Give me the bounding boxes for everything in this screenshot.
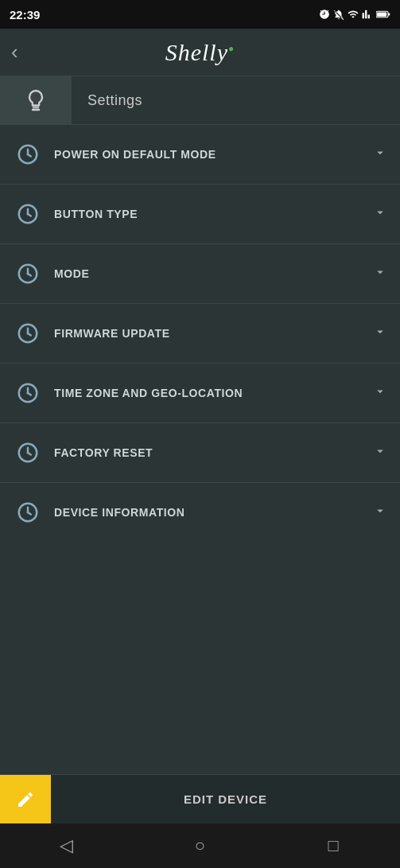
menu-item[interactable]: MODE	[0, 244, 400, 304]
signal-icon	[362, 9, 373, 20]
svg-point-20	[27, 333, 29, 335]
clock-icon	[13, 139, 43, 169]
nav-recent-button[interactable]: □	[309, 835, 357, 856]
svg-point-28	[27, 452, 29, 454]
tab-bar: Settings	[0, 76, 400, 125]
clock-icon	[13, 259, 43, 289]
menu-item-label: POWER ON DEFAULT MODE	[54, 148, 373, 161]
bottom-nav: ◁ ○ □	[0, 823, 400, 868]
chevron-down-icon	[373, 384, 387, 403]
menu-item[interactable]: TIME ZONE AND GEO-LOCATION	[0, 364, 400, 423]
status-bar: 22:39	[0, 0, 400, 29]
svg-point-32	[27, 512, 29, 514]
edit-device-label-button[interactable]: EDIT DEVICE	[51, 775, 400, 823]
chevron-down-icon	[373, 504, 387, 522]
clock-icon	[13, 438, 43, 468]
chevron-down-icon	[373, 444, 387, 462]
menu-item-label: DEVICE INFORMATION	[54, 506, 373, 519]
svg-rect-2	[388, 14, 390, 16]
tab-icon[interactable]	[0, 76, 72, 124]
back-button[interactable]: ‹	[11, 40, 18, 64]
nav-back-button[interactable]: ◁	[43, 835, 91, 856]
logo-text: Shelly	[165, 39, 228, 65]
menu-item-label: FIRMWARE UPDATE	[54, 327, 373, 340]
nav-home-button[interactable]: ○	[176, 835, 223, 856]
svg-point-16	[27, 273, 29, 275]
edit-device-bar: EDIT DEVICE	[0, 774, 400, 823]
chevron-down-icon	[373, 146, 387, 164]
alarm-icon	[319, 9, 330, 20]
clock-icon	[13, 199, 43, 229]
settings-label: Settings	[87, 92, 142, 109]
wifi-icon	[348, 9, 359, 20]
clock-icon	[13, 318, 43, 348]
settings-tab-label[interactable]: Settings	[72, 76, 400, 124]
chevron-down-icon	[373, 325, 387, 343]
logo-dot: ●	[228, 43, 235, 54]
header: ‹ Shelly●	[0, 29, 400, 76]
menu-list: POWER ON DEFAULT MODE BUTTON TYPE MODE F…	[0, 125, 400, 774]
edit-device-icon-button[interactable]	[0, 775, 51, 823]
chevron-down-icon	[373, 265, 387, 283]
menu-item[interactable]: FACTORY RESET	[0, 423, 400, 483]
menu-item-label: BUTTON TYPE	[54, 208, 373, 220]
menu-item[interactable]: POWER ON DEFAULT MODE	[0, 125, 400, 185]
status-icons	[319, 9, 390, 20]
menu-item[interactable]: FIRMWARE UPDATE	[0, 304, 400, 364]
lightbulb-icon	[23, 88, 49, 113]
battery-icon	[376, 10, 390, 19]
pencil-icon	[16, 790, 35, 809]
chevron-down-icon	[373, 205, 387, 224]
menu-item-label: MODE	[54, 267, 373, 280]
menu-item-label: FACTORY RESET	[54, 446, 373, 459]
menu-item[interactable]: DEVICE INFORMATION	[0, 483, 400, 542]
menu-item-label: TIME ZONE AND GEO-LOCATION	[54, 387, 373, 399]
clock-icon	[13, 378, 43, 408]
clock-icon	[13, 497, 43, 527]
svg-rect-1	[377, 12, 386, 16]
status-time: 22:39	[10, 8, 40, 21]
svg-point-12	[27, 213, 29, 216]
app-logo: Shelly●	[165, 39, 235, 66]
svg-point-8	[27, 154, 29, 156]
menu-item[interactable]: BUTTON TYPE	[0, 185, 400, 244]
svg-point-24	[27, 392, 29, 395]
bell-muted-icon	[333, 9, 344, 20]
